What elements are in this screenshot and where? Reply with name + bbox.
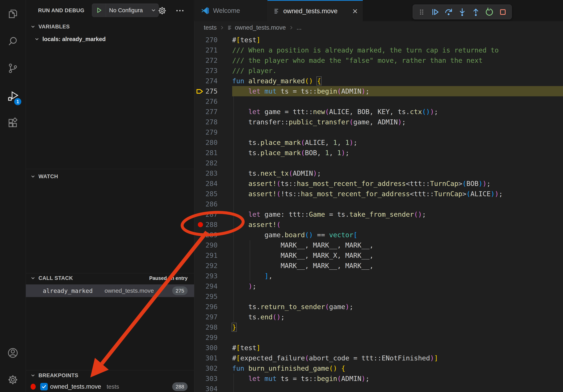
extensions-icon[interactable] [0,112,26,134]
code-line-270[interactable]: 270#[test] [194,35,563,45]
code-line-276[interactable]: 276 [194,96,563,107]
line-number[interactable]: 272 [194,55,218,65]
step-into-icon[interactable] [456,6,468,18]
stop-icon[interactable] [497,6,509,18]
line-number[interactable]: 297 [194,312,218,322]
code-line-286[interactable]: 286 [194,199,563,209]
start-debug-icon[interactable] [92,4,106,17]
drag-handle-icon[interactable] [416,6,427,18]
line-number[interactable]: 291 [194,250,218,261]
line-number[interactable]: 294 [194,281,218,291]
line-number[interactable]: 287 [194,209,218,220]
line-number[interactable]: 285 [194,189,218,199]
line-number[interactable]: 300 [194,343,218,353]
line-number[interactable]: 286 [194,199,218,209]
code-line-285[interactable]: 285 assert!(!ts::has_most_recent_for_add… [194,189,563,199]
line-number[interactable]: 289 [194,230,218,240]
code-line-294[interactable]: 294 ); [194,281,563,291]
code-line-300[interactable]: 300#[test] [194,343,563,353]
code-line-278[interactable]: 278 transfer::public_transfer(game, ADMI… [194,117,563,127]
tab-owned-tests-move[interactable]: owned_tests.move × [268,0,363,21]
line-number[interactable]: 301 [194,353,218,363]
breadcrumb-file[interactable]: owned_tests.move [235,24,286,31]
code-line-304[interactable]: 304 [194,384,563,392]
breakpoint-checkbox[interactable] [40,383,48,391]
code-line-277[interactable]: 277 let game = ttt::new(ALICE, BOB, KEY,… [194,107,563,117]
line-number[interactable]: 290 [194,240,218,250]
step-over-icon[interactable] [443,6,455,18]
line-number[interactable]: 292 [194,261,218,271]
section-watch[interactable]: WATCH [26,172,194,181]
code-line-297[interactable]: 297 ts.end(); [194,312,563,322]
line-number[interactable]: 304 [194,384,218,392]
line-number[interactable]: 288 [194,220,218,230]
line-number[interactable]: 279 [194,127,218,137]
code-line-289[interactable]: 289 game.board() == vector[ [194,230,563,240]
line-number[interactable]: 280 [194,137,218,148]
run-and-debug-icon[interactable]: 1 [0,85,26,107]
code-line-271[interactable]: 271/// When a position is already marked… [194,45,563,55]
breadcrumb[interactable]: tests owned_tests.move ... [194,21,563,34]
variables-scope-locals[interactable]: locals: already_marked [26,34,194,44]
close-tab-icon[interactable]: × [352,8,358,15]
code-line-288[interactable]: 288 assert!( [194,220,563,230]
line-number[interactable]: 303 [194,373,218,384]
code-line-302[interactable]: 302fun burn_unfinished_game() { [194,363,563,373]
line-number[interactable]: 275 [194,86,218,96]
call-stack-frame[interactable]: already_marked owned_tests.move 275 [26,284,194,297]
code-line-303[interactable]: 303 let mut ts = ts::begin(ADMIN); [194,373,563,384]
line-number[interactable]: 281 [194,148,218,158]
code-line-272[interactable]: 272/// the player who made the "false" m… [194,55,563,65]
tab-welcome[interactable]: Welcome [195,0,268,21]
code-line-287[interactable]: 287 let game: ttt::Game = ts.take_from_s… [194,209,563,220]
search-icon[interactable] [0,30,26,52]
step-out-icon[interactable] [470,6,482,18]
line-number[interactable]: 277 [194,107,218,117]
line-number[interactable]: 282 [194,158,218,168]
code-line-295[interactable]: 295 [194,291,563,301]
code-line-280[interactable]: 280 ts.place_mark(ALICE, 1, 1); [194,137,563,148]
line-number[interactable]: 271 [194,45,218,55]
section-call-stack[interactable]: CALL STACK Paused on entry [26,274,194,283]
code-line-301[interactable]: 301#[expected_failure(abort_code = ttt::… [194,353,563,363]
code-line-284[interactable]: 284 assert!(ts::has_most_recent_for_addr… [194,178,563,189]
account-icon[interactable] [0,342,26,364]
line-number[interactable]: 284 [194,178,218,189]
more-actions-icon[interactable] [175,6,185,16]
continue-icon[interactable] [429,6,441,18]
code-line-296[interactable]: 296 ts.return_to_sender(game); [194,301,563,312]
line-number[interactable]: 295 [194,291,218,301]
code-line-299[interactable]: 299 [194,332,563,343]
breakpoint-item[interactable]: owned_tests.move tests 288 [26,381,194,392]
line-number[interactable]: 273 [194,65,218,76]
line-number[interactable]: 302 [194,363,218,373]
breadcrumb-folder[interactable]: tests [204,24,217,31]
debug-config-dropdown[interactable]: No Configura [92,3,159,17]
line-number[interactable]: 298 [194,322,218,332]
line-number[interactable]: 299 [194,332,218,343]
code-area[interactable]: 270#[test]271/// When a position is alre… [194,35,563,392]
settings-icon[interactable] [0,369,26,391]
code-line-283[interactable]: 283 ts.next_tx(ADMIN); [194,168,563,178]
line-number[interactable]: 283 [194,168,218,178]
line-number[interactable]: 270 [194,35,218,45]
line-number[interactable]: 276 [194,96,218,107]
code-line-281[interactable]: 281 ts.place_mark(BOB, 1, 1); [194,148,563,158]
explorer-icon[interactable] [0,3,26,25]
code-line-279[interactable]: 279 [194,127,563,137]
debug-settings-gear-icon[interactable] [157,6,167,16]
source-control-icon[interactable] [0,57,26,79]
line-number[interactable]: 274 [194,76,218,86]
code-line-275[interactable]: 275 let mut ts = ts::begin(ADMIN); [194,86,563,96]
breadcrumb-more[interactable]: ... [296,24,302,31]
section-variables[interactable]: VARIABLES [26,22,194,31]
line-number[interactable]: 296 [194,301,218,312]
restart-icon[interactable] [483,6,495,18]
section-breakpoints[interactable]: BREAKPOINTS [26,371,194,380]
code-line-298[interactable]: 298} [194,322,563,332]
line-number[interactable]: 293 [194,271,218,281]
code-line-282[interactable]: 282 [194,158,563,168]
code-line-273[interactable]: 273/// player. [194,65,563,76]
code-line-274[interactable]: 274fun already_marked() { [194,76,563,86]
line-number[interactable]: 278 [194,117,218,127]
